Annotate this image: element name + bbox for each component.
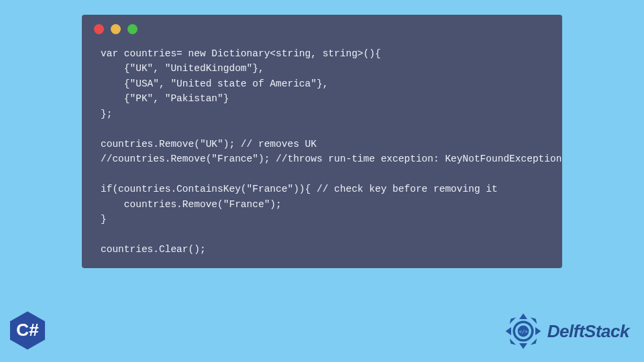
svg-marker-4: [505, 327, 511, 335]
code-block: var countries= new Dictionary<string, st…: [82, 40, 562, 257]
svg-marker-5: [535, 327, 541, 335]
svg-marker-8: [509, 318, 516, 324]
brand-name: DelftStack: [547, 321, 629, 342]
svg-marker-7: [509, 339, 516, 345]
svg-marker-6: [531, 318, 537, 324]
svg-marker-9: [531, 339, 537, 345]
close-icon: [94, 24, 104, 34]
svg-text:</>: </>: [519, 328, 528, 335]
svg-marker-3: [519, 343, 527, 349]
window-titlebar: [82, 15, 562, 40]
svg-marker-2: [519, 314, 527, 319]
svg-text:C#: C#: [16, 320, 39, 340]
maximize-icon: [127, 24, 138, 34]
brand-logo: </> DelftStack: [503, 311, 629, 351]
csharp-logo-icon: C#: [7, 310, 48, 351]
code-window: var countries= new Dictionary<string, st…: [82, 15, 562, 268]
brand-mark-icon: </>: [503, 311, 543, 351]
minimize-icon: [111, 24, 121, 34]
